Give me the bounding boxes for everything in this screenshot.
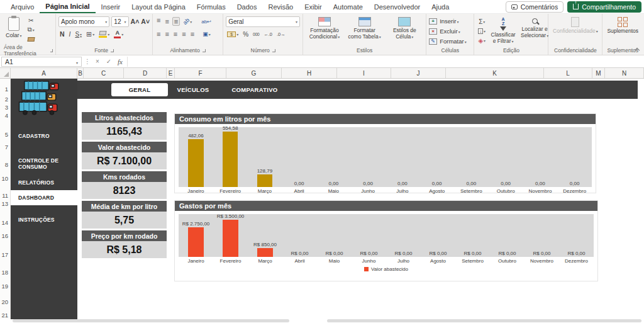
- increase-indent-button[interactable]: ≡: [189, 30, 196, 38]
- column-header-g[interactable]: G: [226, 68, 282, 78]
- align-top-button[interactable]: ≡: [155, 17, 162, 26]
- align-middle-button[interactable]: ≡: [164, 17, 170, 26]
- percent-button[interactable]: %: [242, 30, 250, 38]
- format-painter-button[interactable]: [26, 35, 36, 43]
- decrease-indent-button[interactable]: ≡: [180, 30, 187, 38]
- menu-tab-layout-da-pagina[interactable]: Layout da Página: [126, 0, 191, 13]
- align-center-button[interactable]: ≡: [164, 30, 170, 38]
- row-header-8[interactable]: 8: [0, 161, 8, 168]
- menu-tab-arquivo[interactable]: Arquivo: [5, 0, 40, 13]
- chart-gastos[interactable]: Gastos por mês R$ 2.750,00R$ 3.500,00R$ …: [174, 200, 598, 281]
- row-header-18[interactable]: 18: [0, 269, 8, 276]
- chart-consumo-litros[interactable]: Consumo em litros por mês 482,06554,5812…: [174, 113, 596, 193]
- paste-button[interactable]: Colar: [4, 16, 24, 40]
- column-header-m[interactable]: M: [592, 68, 605, 78]
- align-bottom-button[interactable]: ≡: [172, 17, 180, 26]
- column-header-h[interactable]: H: [282, 68, 337, 78]
- sidebar-item-relatorios[interactable]: RELATÓRIOS: [11, 178, 77, 187]
- increase-decimal-button[interactable]: ←.0: [262, 30, 274, 38]
- clear-button[interactable]: ◈: [477, 36, 487, 45]
- align-left-button[interactable]: ≡: [155, 30, 162, 38]
- row-header-1[interactable]: 1: [0, 86, 8, 93]
- shrink-font-button[interactable]: A˅: [141, 18, 150, 25]
- column-header-l[interactable]: L: [544, 68, 592, 78]
- row-header-14[interactable]: 14: [0, 219, 8, 226]
- column-header-b[interactable]: B: [77, 68, 84, 78]
- bold-button[interactable]: N: [58, 30, 66, 38]
- enter-button[interactable]: ✓: [104, 58, 113, 65]
- column-header-i[interactable]: I: [337, 68, 391, 78]
- conditional-formatting-button[interactable]: Formatação Condicional: [306, 16, 343, 42]
- menu-tab-inserir[interactable]: Inserir: [96, 0, 126, 13]
- insert-cells-button[interactable]: +Inserir: [429, 16, 471, 26]
- column-header-d[interactable]: D: [124, 68, 167, 78]
- menu-tab-automate[interactable]: Automate: [328, 0, 369, 13]
- menu-tab-formulas[interactable]: Fórmulas: [191, 0, 231, 13]
- find-select-button[interactable]: Localizar e Selecionar: [519, 16, 550, 40]
- horizontal-scrollbar[interactable]: [327, 319, 641, 322]
- font-size-select[interactable]: 12: [111, 16, 128, 27]
- row-header-3[interactable]: 3: [0, 104, 8, 111]
- sidebar-item-cadastro[interactable]: CADASTRO: [11, 132, 77, 140]
- orientation-button[interactable]: ab: [182, 17, 193, 26]
- dashboard-tab-veiculos[interactable]: VEÍCULOS: [167, 83, 219, 96]
- sidebar-item-instrucoes[interactable]: INSTRUÇÕES: [11, 215, 77, 224]
- row-header-2[interactable]: 2: [0, 96, 8, 103]
- number-format-select[interactable]: Geral: [226, 16, 300, 27]
- font-name-select[interactable]: Apolo mono: [58, 16, 109, 27]
- column-header-c[interactable]: C: [84, 68, 124, 78]
- menu-tab-pagina-inicial[interactable]: Página Inicial: [40, 0, 95, 13]
- sort-filter-button[interactable]: AZ Classificar e Filtrar: [489, 16, 517, 46]
- autosum-button[interactable]: Σ: [477, 17, 486, 26]
- row-header-7[interactable]: 7: [0, 144, 8, 150]
- column-header-j[interactable]: J: [391, 68, 446, 78]
- row-header-10[interactable]: 10: [0, 175, 8, 182]
- format-as-table-button[interactable]: Formatar como Tabela: [346, 16, 384, 42]
- row-header-17[interactable]: 17: [0, 251, 8, 258]
- cancel-button[interactable]: ×: [93, 58, 102, 65]
- dialog-launcher-icon[interactable]: [111, 49, 114, 52]
- wrap-text-button[interactable]: ab↩: [200, 17, 213, 26]
- cell-styles-button[interactable]: Estilos de Célula: [386, 16, 423, 42]
- row-header-11[interactable]: 11: [0, 192, 8, 199]
- row-header-19[interactable]: 19: [0, 283, 8, 290]
- italic-button[interactable]: I: [68, 30, 72, 38]
- column-header-a[interactable]: A: [11, 68, 77, 78]
- dialog-launcher-icon[interactable]: [203, 49, 206, 52]
- fill-button[interactable]: ↓: [477, 26, 487, 35]
- menu-tab-revisao[interactable]: Revisão: [262, 0, 299, 13]
- row-header-13[interactable]: 13: [0, 200, 8, 207]
- dashboard-tab-geral[interactable]: GERAL: [111, 83, 168, 96]
- sidebar-item-controle-de-consumo[interactable]: CONTROLE DE CONSUMO: [11, 159, 77, 168]
- menu-tab-ajuda[interactable]: Ajuda: [426, 0, 455, 13]
- column-header-f[interactable]: F: [175, 68, 226, 78]
- decrease-decimal-button[interactable]: .0→: [275, 30, 287, 38]
- align-right-button[interactable]: ≡: [172, 30, 179, 38]
- cut-button[interactable]: ✂: [27, 16, 35, 25]
- row-header-5[interactable]: 5: [0, 131, 8, 138]
- menu-tab-dados[interactable]: Dados: [231, 0, 263, 13]
- delete-cells-button[interactable]: ×Excluir: [429, 26, 471, 36]
- row-header-4[interactable]: 4: [0, 112, 8, 119]
- formula-input[interactable]: [127, 57, 644, 67]
- grow-font-button[interactable]: A˄: [131, 18, 140, 25]
- insert-function-button[interactable]: fx: [116, 58, 125, 65]
- comma-style-button[interactable]: 000: [252, 30, 260, 38]
- select-all-corner[interactable]: [0, 68, 11, 78]
- sidebar-item-dashboard[interactable]: DASHBOARD: [11, 190, 77, 205]
- menu-tab-exibir[interactable]: Exibir: [299, 0, 328, 13]
- addins-button[interactable]: Suplementos: [605, 16, 640, 36]
- row-header-20[interactable]: 20: [0, 298, 8, 305]
- merge-center-button[interactable]: ▣: [201, 30, 212, 38]
- font-color-button[interactable]: A: [113, 30, 125, 38]
- dialog-launcher-icon[interactable]: [272, 49, 275, 52]
- comments-button[interactable]: Comentários: [506, 1, 564, 13]
- dialog-launcher-icon[interactable]: [50, 49, 53, 52]
- column-header-n[interactable]: N: [605, 68, 644, 78]
- underline-button[interactable]: S: [74, 30, 83, 38]
- row-header-21[interactable]: 21: [0, 312, 8, 319]
- format-cells-button[interactable]: ✎Formatar: [429, 37, 471, 46]
- fill-color-button[interactable]: [97, 30, 111, 38]
- share-button[interactable]: Compartilhamento: [567, 1, 641, 13]
- row-header-16[interactable]: 16: [0, 232, 8, 239]
